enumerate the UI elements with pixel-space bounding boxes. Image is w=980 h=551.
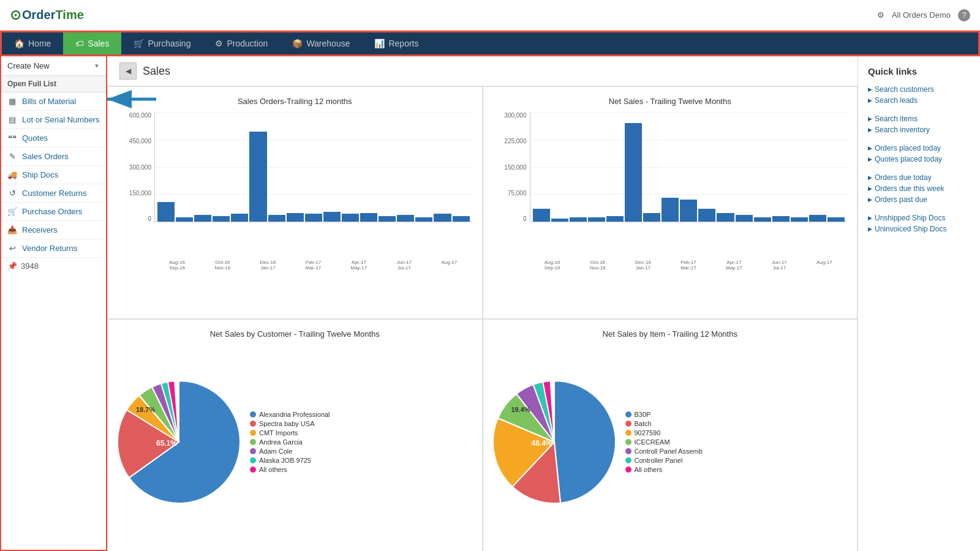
receivers-icon: 📥 bbox=[7, 225, 17, 234]
home-nav-icon: 🏠 bbox=[14, 39, 24, 48]
chart-panel-4: Net Sales by Item - Trailing 12 Months 4… bbox=[483, 319, 858, 551]
quick-link-item[interactable]: ▶Search inventory bbox=[868, 124, 970, 135]
nav-item-warehouse[interactable]: 📦Warehouse bbox=[280, 32, 362, 54]
chart3-legend: Alexandria ProfessionalSpectra baby USAC… bbox=[250, 411, 330, 475]
legend-item: Controller Panel bbox=[625, 457, 703, 464]
legend-dot bbox=[625, 467, 631, 473]
bar bbox=[287, 213, 304, 222]
quotes-icon: ❝❝ bbox=[7, 133, 17, 143]
sidebar-item-ship-docs[interactable]: 🚚Ship Docs bbox=[1, 166, 106, 184]
chart3-pie-svg bbox=[118, 381, 240, 503]
top-bar: ⊙ Order Time ⚙ All Orders Demo ? bbox=[0, 0, 980, 31]
legend-dot bbox=[250, 430, 256, 436]
bar bbox=[231, 214, 248, 222]
quick-link-item[interactable]: ▶Orders due this week bbox=[868, 183, 970, 194]
pin-icon: 📌 bbox=[7, 261, 17, 271]
gear-icon[interactable]: ⚙ bbox=[877, 10, 884, 20]
quick-link-arrow-icon: ▶ bbox=[868, 197, 872, 203]
x-label: Apr-17May-17 bbox=[351, 260, 368, 271]
legend-dot bbox=[625, 411, 631, 418]
chart3-pie-container: 65.1%18.7% Alexandria ProfessionalSpectr… bbox=[118, 345, 472, 541]
main-layout: Create New ▼ Open Full List ▦Bills of Ma… bbox=[0, 56, 980, 551]
nav-item-production[interactable]: ⚙Production bbox=[203, 32, 280, 54]
production-nav-icon: ⚙ bbox=[215, 39, 223, 48]
quick-link-item[interactable]: ▶Quotes placed today bbox=[868, 154, 970, 165]
bar bbox=[323, 212, 341, 222]
legend-item: Alexandria Professional bbox=[250, 411, 330, 418]
quick-link-arrow-icon: ▶ bbox=[868, 186, 872, 192]
legend-item: Batch bbox=[625, 420, 703, 427]
bar bbox=[453, 216, 470, 222]
quick-link-group: ▶Search items▶Search inventory bbox=[868, 113, 970, 135]
quick-link-item[interactable]: ▶Orders past due bbox=[868, 194, 970, 205]
sidebar-item-receivers[interactable]: 📥Receivers bbox=[1, 221, 106, 239]
quick-link-item[interactable]: ▶Search items bbox=[868, 113, 970, 124]
customer-returns-icon: ↺ bbox=[7, 189, 17, 198]
legend-item: CMT Imports bbox=[250, 429, 330, 437]
bar bbox=[662, 198, 679, 222]
bar bbox=[415, 217, 432, 222]
bar bbox=[194, 215, 211, 222]
sidebar-item-sales-orders[interactable]: ✎Sales Orders bbox=[1, 148, 106, 166]
chart2-bar: 300,000225,000150,00075,0000 Aug-16Sep-1… bbox=[493, 112, 848, 253]
pie-slice bbox=[554, 381, 616, 503]
legend-item: Alaska JOB 9725 bbox=[250, 457, 330, 464]
quick-link-arrow-icon: ▶ bbox=[868, 156, 872, 162]
bar bbox=[827, 217, 845, 222]
sidebar-item-quotes[interactable]: ❝❝Quotes bbox=[1, 129, 106, 148]
sidebar-item-lot-serial[interactable]: ▤Lot or Serial Numbers bbox=[1, 111, 106, 129]
quick-link-item[interactable]: ▶Orders due today bbox=[868, 172, 970, 183]
sidebar-item-customer-returns[interactable]: ↺Customer Returns bbox=[1, 184, 106, 203]
legend-item: All others bbox=[625, 466, 703, 473]
chart2-title: Net Sales - Trailing Twelve Months bbox=[609, 97, 731, 106]
quick-link-arrow-icon: ▶ bbox=[868, 145, 872, 151]
legend-dot bbox=[250, 421, 256, 427]
nav-item-reports[interactable]: 📊Reports bbox=[362, 32, 431, 54]
bar bbox=[698, 209, 715, 222]
quick-link-item[interactable]: ▶Unshipped Ship Docs bbox=[868, 212, 970, 223]
purchasing-nav-icon: 🛒 bbox=[134, 39, 144, 48]
bar bbox=[397, 215, 414, 222]
charts-grid: Sales Orders-Trailing 12 months 600,0004… bbox=[107, 86, 858, 551]
bar bbox=[157, 202, 175, 222]
nav-item-sales[interactable]: 🏷Sales bbox=[63, 32, 121, 54]
legend-dot bbox=[625, 448, 631, 454]
sidebar-item-purchase-orders[interactable]: 🛒Purchase Orders bbox=[1, 203, 106, 221]
collapse-button[interactable]: ◀ bbox=[119, 62, 137, 80]
legend-item: 9027590 bbox=[625, 429, 703, 437]
quick-link-item[interactable]: ▶Orders placed today bbox=[868, 143, 970, 154]
legend-dot bbox=[250, 457, 256, 463]
quick-link-item[interactable]: ▶Uninvoiced Ship Docs bbox=[868, 223, 970, 234]
x-label: Aug-17 bbox=[816, 260, 832, 271]
sidebar-item-vendor-returns[interactable]: ↩Vendor Returns bbox=[1, 239, 106, 258]
chart-panel-2: Net Sales - Trailing Twelve Months 300,0… bbox=[483, 86, 858, 319]
legend-dot bbox=[625, 430, 631, 436]
bar bbox=[606, 216, 624, 222]
quick-links-title: Quick links bbox=[868, 66, 970, 77]
bar bbox=[249, 132, 266, 222]
x-label: Aug-17 bbox=[441, 260, 457, 271]
x-label: Dec-16Jan-17 bbox=[635, 260, 651, 271]
logo[interactable]: ⊙ Order Time bbox=[10, 7, 84, 23]
quick-link-item[interactable]: ▶Search leads bbox=[868, 95, 970, 106]
create-new-button[interactable]: Create New ▼ bbox=[1, 56, 106, 76]
warehouse-nav-icon: 📦 bbox=[292, 39, 303, 48]
chart-panel-1: Sales Orders-Trailing 12 months 600,0004… bbox=[107, 86, 483, 319]
quick-link-group: ▶Orders due today▶Orders due this week▶O… bbox=[868, 172, 970, 205]
quick-link-arrow-icon: ▶ bbox=[868, 127, 872, 133]
bar bbox=[643, 213, 660, 222]
nav-item-home[interactable]: 🏠Home bbox=[2, 32, 63, 54]
chart3-title: Net Sales by Customer - Trailing Twelve … bbox=[210, 329, 380, 339]
quick-link-group: ▶Unshipped Ship Docs▶Uninvoiced Ship Doc… bbox=[868, 212, 970, 234]
nav-item-purchasing[interactable]: 🛒Purchasing bbox=[121, 32, 203, 54]
logo-time: Time bbox=[55, 8, 83, 22]
sidebar-item-bills-of-material[interactable]: ▦Bills of Material bbox=[1, 92, 106, 111]
bills-of-material-icon: ▦ bbox=[7, 97, 17, 106]
legend-dot bbox=[625, 421, 631, 427]
x-label: Oct-16Nov-16 bbox=[214, 260, 230, 271]
help-icon[interactable]: ? bbox=[958, 9, 970, 21]
x-label: Feb-17Mar-17 bbox=[306, 260, 321, 271]
x-label: Dec-16Jan-17 bbox=[260, 260, 276, 271]
quick-link-item[interactable]: ▶Search customers bbox=[868, 84, 970, 95]
chart-panel-3: Net Sales by Customer - Trailing Twelve … bbox=[107, 319, 483, 551]
